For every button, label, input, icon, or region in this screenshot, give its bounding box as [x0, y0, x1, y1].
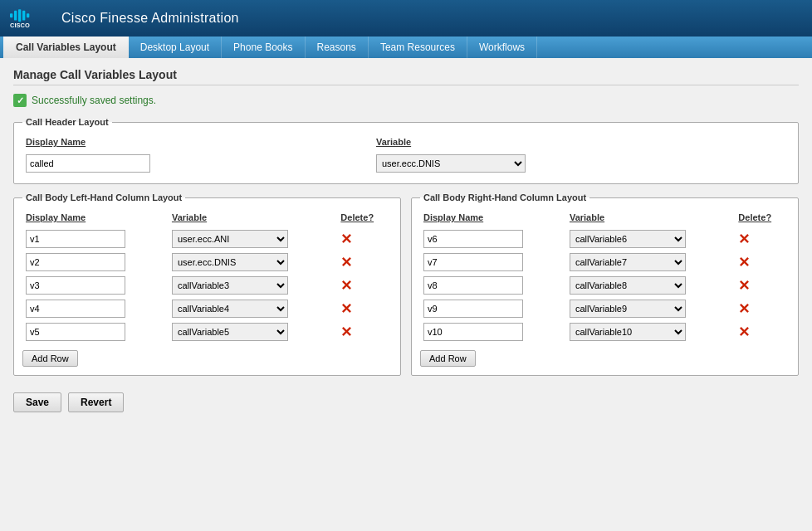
table-row: user.ecc.ANIuser.ecc.DNIScallVariable1ca… — [420, 274, 790, 297]
left-variable-cell: user.ecc.ANIuser.ecc.DNIScallVariable1ca… — [169, 251, 337, 274]
left-delete-header: Delete? — [337, 211, 392, 227]
right-variable-cell: user.ecc.ANIuser.ecc.DNIScallVariable1ca… — [566, 320, 735, 343]
right-display-name-input[interactable] — [423, 253, 523, 271]
nav-desktop-layout[interactable]: Desktop Layout — [129, 37, 222, 58]
left-variable-cell: user.ecc.ANIuser.ecc.DNIScallVariable1ca… — [169, 320, 337, 343]
right-display-name-input[interactable] — [423, 230, 523, 248]
right-delete-button[interactable]: ✕ — [738, 301, 750, 317]
nav-phone-books[interactable]: Phone Books — [222, 37, 305, 58]
left-delete-cell: ✕ — [337, 227, 392, 251]
save-button[interactable]: Save — [13, 392, 61, 412]
left-variable-select[interactable]: user.ecc.ANIuser.ecc.DNIScallVariable1ca… — [172, 323, 288, 341]
app-title: Cisco Finesse Administration — [61, 11, 239, 26]
table-row: user.ecc.ANIuser.ecc.DNIScallVariable1ca… — [420, 251, 790, 274]
left-add-row-button[interactable]: Add Row — [22, 350, 78, 367]
header-variable-col: Variable — [373, 135, 790, 152]
left-delete-cell: ✕ — [337, 320, 392, 343]
right-variable-cell: user.ecc.ANIuser.ecc.DNIScallVariable1ca… — [566, 251, 735, 274]
right-delete-cell: ✕ — [735, 274, 790, 297]
left-delete-button[interactable]: ✕ — [340, 324, 352, 340]
left-variable-select[interactable]: user.ecc.ANIuser.ecc.DNIScallVariable1ca… — [172, 276, 288, 295]
right-variable-select[interactable]: user.ecc.ANIuser.ecc.DNIScallVariable1ca… — [570, 300, 686, 318]
right-delete-button[interactable]: ✕ — [738, 255, 750, 270]
right-variable-select[interactable]: user.ecc.ANIuser.ecc.DNIScallVariable1ca… — [570, 253, 686, 271]
left-variable-select[interactable]: user.ecc.ANIuser.ecc.DNIScallVariable1ca… — [172, 253, 288, 271]
nav-workflows[interactable]: Workflows — [467, 37, 537, 58]
right-display-name-input[interactable] — [423, 323, 523, 341]
right-display-name-input[interactable] — [423, 300, 523, 318]
left-variable-cell: user.ecc.ANIuser.ecc.DNIScallVariable1ca… — [169, 274, 337, 297]
right-display-name-cell — [420, 227, 566, 251]
left-variable-header: Variable — [169, 211, 337, 227]
revert-button[interactable]: Revert — [68, 392, 124, 412]
right-display-name-cell — [420, 274, 566, 297]
left-display-name-input[interactable] — [26, 276, 125, 295]
call-header-layout-legend: Call Header Layout — [22, 117, 112, 127]
left-variable-cell: user.ecc.ANIuser.ecc.DNIScallVariable1ca… — [169, 227, 337, 251]
right-column-section: Call Body Right-Hand Column Layout Displ… — [411, 192, 799, 376]
header-display-name-col: Display Name — [22, 135, 373, 152]
right-delete-button[interactable]: ✕ — [738, 324, 750, 340]
header-variable-select[interactable]: user.ecc.DNIS user.ecc.ANI callVariable1 — [376, 154, 526, 173]
left-delete-button[interactable]: ✕ — [340, 231, 352, 247]
left-delete-cell: ✕ — [337, 251, 392, 274]
right-column-legend: Call Body Right-Hand Column Layout — [420, 192, 589, 202]
main-nav: Call Variables Layout Desktop Layout Pho… — [0, 37, 812, 58]
cisco-logo-icon: CISCO — [10, 7, 51, 30]
left-display-name-cell — [22, 320, 169, 343]
nav-team-resources[interactable]: Team Resources — [369, 37, 467, 58]
right-display-name-input[interactable] — [423, 276, 523, 295]
right-column-table: Display Name Variable Delete? user.ecc.A… — [420, 211, 790, 343]
left-delete-button[interactable]: ✕ — [340, 301, 352, 317]
page-title: Manage Call Variables Layout — [13, 68, 799, 85]
left-delete-button[interactable]: ✕ — [340, 278, 352, 294]
call-header-layout-section: Call Header Layout Display Name Variable… — [13, 117, 799, 184]
left-delete-cell: ✕ — [337, 297, 392, 320]
svg-rect-1 — [14, 11, 17, 21]
right-display-name-cell — [420, 251, 566, 274]
nav-call-variables-layout[interactable]: Call Variables Layout — [3, 37, 129, 58]
left-delete-button[interactable]: ✕ — [340, 255, 352, 270]
header-variable-cell: user.ecc.DNIS user.ecc.ANI callVariable1 — [373, 152, 790, 175]
left-column-legend: Call Body Left-Hand Column Layout — [22, 192, 185, 202]
check-icon: ✓ — [13, 94, 27, 107]
left-table-body: user.ecc.ANIuser.ecc.DNIScallVariable1ca… — [22, 227, 392, 343]
right-variable-select[interactable]: user.ecc.ANIuser.ecc.DNIScallVariable1ca… — [570, 323, 686, 341]
table-row: user.ecc.ANIuser.ecc.DNIScallVariable1ca… — [420, 227, 790, 251]
table-row: user.ecc.ANIuser.ecc.DNIScallVariable1ca… — [22, 251, 392, 274]
right-delete-cell: ✕ — [735, 251, 790, 274]
table-row: user.ecc.ANIuser.ecc.DNIScallVariable1ca… — [22, 320, 392, 343]
right-variable-select[interactable]: user.ecc.ANIuser.ecc.DNIScallVariable1ca… — [570, 230, 686, 248]
svg-rect-2 — [18, 9, 21, 22]
left-display-name-input[interactable] — [26, 300, 125, 318]
left-display-name-input[interactable] — [26, 323, 125, 341]
right-table-body: user.ecc.ANIuser.ecc.DNIScallVariable1ca… — [420, 227, 790, 343]
logo-area: CISCO — [10, 7, 51, 30]
left-variable-select[interactable]: user.ecc.ANIuser.ecc.DNIScallVariable1ca… — [172, 230, 288, 248]
right-display-name-header: Display Name — [420, 211, 566, 227]
right-delete-button[interactable]: ✕ — [738, 231, 750, 247]
success-message: ✓ Successfully saved settings. — [13, 94, 799, 107]
svg-rect-3 — [22, 11, 25, 21]
header-row: user.ecc.DNIS user.ecc.ANI callVariable1 — [22, 152, 790, 175]
right-variable-cell: user.ecc.ANIuser.ecc.DNIScallVariable1ca… — [566, 297, 735, 320]
left-variable-select[interactable]: user.ecc.ANIuser.ecc.DNIScallVariable1ca… — [172, 300, 288, 318]
left-display-name-input[interactable] — [26, 230, 125, 248]
right-delete-cell: ✕ — [735, 227, 790, 251]
nav-reasons[interactable]: Reasons — [306, 37, 369, 58]
left-display-name-cell — [22, 274, 169, 297]
right-variable-header: Variable — [566, 211, 735, 227]
call-header-table: Display Name Variable user.ecc.DNIS user… — [22, 135, 790, 175]
left-display-name-cell — [22, 227, 169, 251]
left-column-table: Display Name Variable Delete? user.ecc.A… — [22, 211, 392, 343]
right-delete-header: Delete? — [735, 211, 790, 227]
left-display-name-header: Display Name — [22, 211, 169, 227]
header-display-name-input[interactable] — [26, 154, 150, 173]
right-variable-select[interactable]: user.ecc.ANIuser.ecc.DNIScallVariable1ca… — [570, 276, 686, 295]
right-add-row-button[interactable]: Add Row — [420, 350, 476, 367]
footer-buttons: Save Revert — [13, 392, 799, 412]
left-display-name-input[interactable] — [26, 253, 125, 271]
svg-rect-4 — [27, 13, 29, 17]
right-delete-button[interactable]: ✕ — [738, 278, 750, 294]
app-header: CISCO Cisco Finesse Administration — [0, 0, 812, 37]
